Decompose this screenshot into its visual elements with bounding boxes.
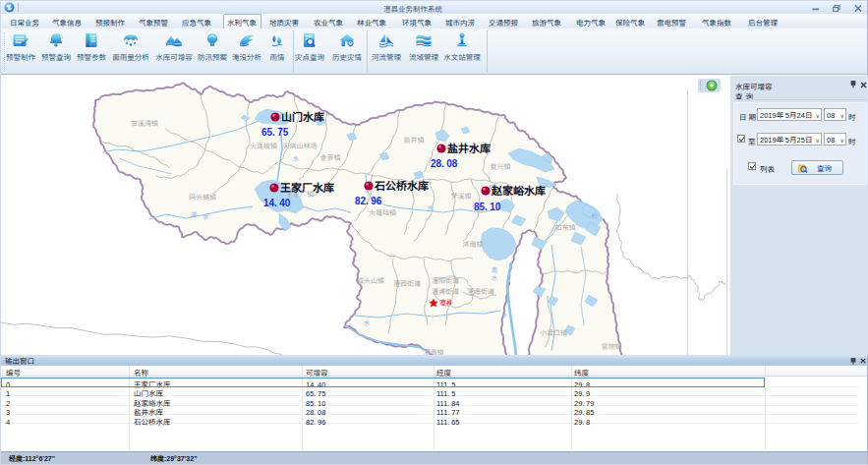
svg-text:大堰垱镇: 大堰垱镇	[369, 207, 396, 217]
svg-text:澧南镇: 澧南镇	[424, 347, 444, 355]
svg-text:水: 水	[203, 211, 209, 221]
svg-text:复兴镇: 复兴镇	[491, 161, 511, 171]
svg-text:甘溪湾镇: 甘溪湾镇	[131, 118, 158, 128]
svg-text:松: 松	[592, 210, 599, 220]
svg-text:盐井水库: 盐井水库	[447, 140, 491, 155]
svg-text:澧县: 澧县	[439, 297, 453, 307]
svg-text:14. 40: 14. 40	[263, 195, 291, 209]
svg-text:如东镇: 如东镇	[555, 222, 576, 232]
svg-text:65. 75: 65. 75	[261, 124, 289, 139]
svg-text:赵家峪水库: 赵家峪水库	[491, 182, 546, 198]
svg-text:山门水库: 山门水库	[281, 108, 324, 124]
svg-text:石公桥水库: 石公桥水库	[374, 177, 429, 193]
svg-text:水: 水	[364, 318, 371, 327]
svg-text:官垸镇: 官垸镇	[602, 341, 622, 351]
svg-text:水: 水	[428, 203, 434, 212]
svg-text:天供山林场: 天供山林场	[283, 141, 318, 150]
svg-text:水: 水	[501, 310, 508, 320]
svg-text:澹: 澹	[492, 264, 498, 274]
svg-text:涔南镇: 涔南镇	[463, 239, 484, 249]
svg-text:码头铺镇: 码头铺镇	[189, 192, 216, 202]
svg-text:王家厂水库: 王家厂水库	[280, 179, 334, 195]
svg-text:梦溪镇: 梦溪镇	[451, 191, 472, 201]
svg-text:小渡口镇: 小渡口镇	[540, 327, 567, 337]
svg-text:金罗镇: 金罗镇	[320, 152, 341, 162]
svg-text:火连坡镇: 火连坡镇	[250, 141, 277, 150]
svg-text:82. 96: 82. 96	[355, 193, 382, 207]
svg-text:澧澹街道: 澧澹街道	[467, 286, 494, 296]
svg-text:85. 10: 85. 10	[474, 199, 501, 213]
svg-text:水: 水	[293, 153, 300, 163]
svg-text:涔: 涔	[191, 209, 198, 219]
svg-text:澧浦街道: 澧浦街道	[432, 286, 459, 296]
svg-text:澧西街道: 澧西街道	[393, 278, 421, 288]
svg-text:澧阳街道: 澧阳街道	[432, 275, 459, 285]
svg-text:28. 08: 28. 08	[431, 155, 458, 170]
svg-text:盐井镇: 盐井镇	[404, 135, 425, 145]
svg-text:城头山镇: 城头山镇	[357, 275, 384, 285]
